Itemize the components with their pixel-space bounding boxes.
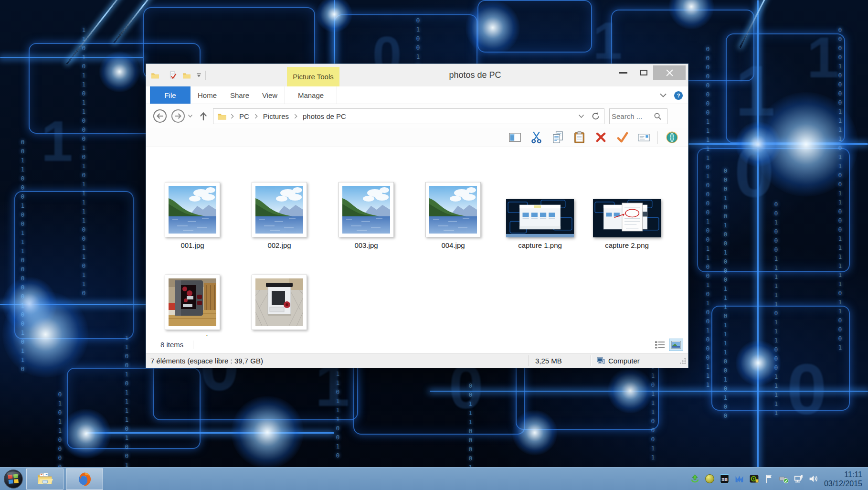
taskbar-clock[interactable]: 11:11 03/12/2015: [824, 470, 862, 488]
volume-icon[interactable]: [808, 474, 818, 484]
preview-pane-button[interactable]: [507, 130, 522, 145]
firefox-icon: [76, 471, 93, 487]
new-folder-icon[interactable]: [181, 70, 192, 81]
back-button[interactable]: [153, 109, 167, 123]
computer-icon: [597, 357, 605, 364]
paste-button[interactable]: [572, 130, 587, 145]
up-arrow-icon: [199, 111, 208, 121]
tab-view[interactable]: View: [255, 86, 284, 104]
select-icon: [615, 130, 629, 144]
yellow-app-icon[interactable]: [705, 474, 715, 484]
mail-button[interactable]: [636, 130, 651, 145]
file-name: 002.jpg: [267, 241, 291, 249]
back-icon: [153, 109, 167, 123]
details-view-button[interactable]: [653, 339, 667, 351]
divider: [205, 71, 206, 80]
cut-icon: [529, 130, 543, 144]
properties-icon[interactable]: [168, 70, 178, 81]
caption-buttons: [612, 65, 686, 80]
tab-share[interactable]: Share: [224, 86, 255, 104]
address-bar-row: PCPicturesphotos de PC: [146, 104, 688, 128]
breadcrumb-segment[interactable]: photos de PC: [300, 112, 349, 120]
item-count: 8 items: [160, 341, 183, 349]
divider: [164, 71, 164, 80]
customize-qat-icon[interactable]: [195, 70, 202, 81]
tab-file[interactable]: File: [150, 86, 191, 104]
window-menu-icon[interactable]: [150, 70, 160, 81]
classic-status-bar: 7 éléments (espace libre : 39,7 GB) 3,25…: [146, 353, 688, 368]
large-icons-view-button[interactable]: [669, 339, 683, 351]
maximize-button[interactable]: [634, 65, 653, 80]
file-item[interactable]: 002.jpg: [236, 162, 323, 255]
address-bar[interactable]: PCPicturesphotos de PC: [213, 108, 587, 124]
tab-manage[interactable]: Manage: [285, 86, 337, 104]
chevron-down-icon: [579, 115, 584, 118]
file-name: 003.jpg: [354, 241, 378, 249]
svg-text:SB: SB: [721, 477, 728, 482]
file-item[interactable]: DSC_0760.JPG: [236, 255, 323, 336]
ribbon-tab-row: FileHomeShareViewManage ?: [146, 86, 688, 104]
file-item[interactable]: 001.jpg: [149, 162, 236, 255]
action-center-icon[interactable]: [764, 474, 774, 484]
malwarebytes-icon[interactable]: [734, 474, 744, 484]
classic-shell-button[interactable]: [664, 130, 679, 145]
copy-icon: [551, 130, 565, 144]
breadcrumb-segment[interactable]: PC: [237, 112, 252, 120]
file-thumbnail: [425, 182, 481, 237]
up-button[interactable]: [199, 111, 208, 121]
status-location: Computer: [591, 357, 680, 365]
breadcrumb-chevron-icon[interactable]: [252, 114, 261, 119]
resize-grip[interactable]: [680, 357, 687, 364]
search-input[interactable]: [612, 112, 654, 120]
explorer-window: Picture Tools photos de PC FileHomeShare…: [146, 64, 688, 368]
select-button[interactable]: [614, 130, 630, 145]
folder-icon: [217, 112, 227, 120]
copy-button[interactable]: [550, 130, 565, 145]
chevron-down-icon: [188, 115, 192, 117]
divider: [657, 131, 658, 144]
thumbnail-view-icon: [671, 341, 681, 349]
network-icon[interactable]: [794, 474, 804, 484]
breadcrumb-segment[interactable]: Pictures: [261, 112, 291, 120]
file-item[interactable]: capture 2.png: [583, 162, 670, 255]
updater-icon[interactable]: [690, 474, 700, 484]
file-item[interactable]: 004.jpg: [410, 162, 497, 255]
preview-pane-icon: [508, 130, 522, 144]
taskbar-file-explorer-button[interactable]: [26, 469, 64, 490]
picture-tools-label[interactable]: Picture Tools: [287, 67, 339, 86]
nvidia-icon[interactable]: [749, 474, 759, 484]
chevron-down-icon: [660, 93, 667, 97]
minimize-button[interactable]: [612, 65, 634, 80]
breadcrumb-chevron-icon[interactable]: [228, 114, 237, 119]
file-name: 001.jpg: [180, 241, 204, 249]
file-name: capture 1.png: [518, 241, 562, 249]
desktop: 1101011011000101011111001101100000000011…: [0, 0, 868, 490]
delete-button[interactable]: [593, 130, 608, 145]
taskbar-firefox-button[interactable]: [66, 469, 103, 490]
address-dropdown-button[interactable]: [579, 115, 584, 118]
command-toolbar: [146, 128, 688, 147]
clock-date: 03/12/2015: [824, 479, 862, 488]
search-box: [609, 108, 667, 124]
file-thumbnail: [339, 182, 394, 237]
sb-app-icon[interactable]: SB: [720, 474, 730, 484]
file-item[interactable]: DSC_0716.jpg: [149, 255, 236, 336]
refresh-button[interactable]: [587, 108, 604, 124]
breadcrumb-chevron-icon[interactable]: [291, 114, 300, 119]
search-icon: [654, 112, 662, 120]
recent-locations-button[interactable]: [188, 115, 192, 117]
cut-button[interactable]: [529, 130, 544, 145]
mail-icon: [637, 130, 651, 144]
close-button[interactable]: [653, 65, 686, 80]
start-button[interactable]: [3, 469, 24, 490]
usb-eject-icon[interactable]: [779, 474, 789, 484]
classic-shell-icon: [665, 130, 679, 144]
file-item[interactable]: capture 1.png: [497, 162, 583, 255]
help-button[interactable]: ?: [674, 91, 683, 100]
forward-button[interactable]: [171, 109, 185, 123]
file-item[interactable]: 003.jpg: [323, 162, 410, 255]
file-explorer-icon: [36, 471, 53, 487]
tab-home[interactable]: Home: [191, 86, 224, 104]
maximize-icon: [640, 70, 647, 75]
minimize-ribbon-button[interactable]: [660, 93, 667, 97]
